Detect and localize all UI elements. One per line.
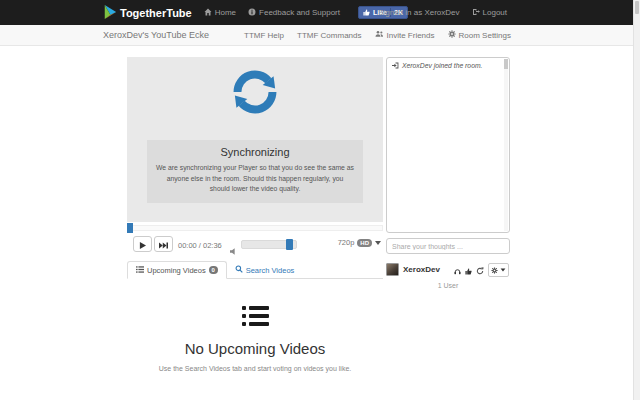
chat-message: XeroxDev joined the room. xyxy=(387,58,509,76)
sync-overlay: Synchronizing We are synchronizing your … xyxy=(147,140,363,203)
sign-in-icon xyxy=(392,62,399,72)
room-title: XeroxDev's YouTube Ecke xyxy=(103,30,209,40)
info-circle-icon xyxy=(248,8,256,18)
user-list-item[interactable]: XeroxDev xyxy=(386,261,510,278)
thumbs-up-icon xyxy=(363,9,370,17)
chat-column: XeroxDev joined the room. XeroxDev xyxy=(386,46,510,289)
volume-handle[interactable] xyxy=(286,239,293,250)
gear-icon xyxy=(448,30,456,40)
tab-upcoming-label: Upcoming Videos xyxy=(147,266,206,275)
skip-button[interactable] xyxy=(154,236,173,252)
page-scrollbar[interactable] xyxy=(633,0,640,400)
vote-icon xyxy=(465,261,472,279)
chat-message-list[interactable]: XeroxDev joined the room. xyxy=(386,57,510,233)
sync-message: We are synchronizing your Player so that… xyxy=(156,163,354,195)
chat-input[interactable] xyxy=(386,238,510,254)
empty-state-subtitle: Use the Search Videos tab and start voti… xyxy=(127,365,383,372)
empty-playlist-state: No Upcoming Videos Use the Search Videos… xyxy=(127,279,383,372)
quality-label: 720p xyxy=(338,238,355,247)
link-room-settings[interactable]: Room Settings xyxy=(448,30,511,40)
brand-name: TogetherTube xyxy=(120,7,192,19)
logout-label: Logout xyxy=(483,8,507,17)
player-column: Synchronizing We are synchronizing your … xyxy=(127,46,383,372)
nav-home-label: Home xyxy=(215,8,236,17)
gear-icon-small xyxy=(491,262,498,277)
room-settings-label: Room Settings xyxy=(459,31,511,40)
play-icon xyxy=(139,235,146,253)
volume-icon[interactable] xyxy=(230,241,238,259)
seek-handle[interactable] xyxy=(127,223,133,233)
seek-bar[interactable] xyxy=(127,225,383,231)
tab-upcoming-videos[interactable]: Upcoming Videos 0 xyxy=(127,261,227,279)
tab-search-label: Search Videos xyxy=(246,266,295,275)
empty-state-title: No Upcoming Videos xyxy=(127,340,383,357)
main-content: Synchronizing We are synchronizing your … xyxy=(103,46,511,400)
search-icon xyxy=(235,265,243,275)
play-button[interactable] xyxy=(133,236,152,252)
sync-icon xyxy=(227,64,283,124)
nav-home[interactable]: Home xyxy=(204,8,236,18)
count-badge: 0 xyxy=(209,266,218,274)
headphones-icon xyxy=(454,261,461,279)
users-icon xyxy=(375,30,384,40)
sync-title: Synchronizing xyxy=(156,146,354,158)
chat-message-text: XeroxDev joined the room. xyxy=(402,62,482,71)
nav-feedback-label: Feedback and Support xyxy=(259,8,340,17)
room-navbar-container: XeroxDev's YouTube Ecke TTMF Help TTMF C… xyxy=(103,25,511,45)
page-scrollbar-thumb[interactable] xyxy=(635,1,639,14)
chat-scrollbar[interactable] xyxy=(504,59,508,231)
link-ttmf-commands[interactable]: TTMF Commands xyxy=(297,31,361,40)
chat-scrollbar-thumb[interactable] xyxy=(504,59,508,69)
hd-badge: HD xyxy=(357,239,372,247)
room-navbar: XeroxDev's YouTube Ecke TTMF Help TTMF C… xyxy=(0,25,640,46)
invite-friends-label: Invite Friends xyxy=(387,31,435,40)
home-icon xyxy=(204,8,212,18)
volume-slider[interactable] xyxy=(241,240,297,249)
signed-in-text: Signed in as XeroxDev xyxy=(378,8,459,17)
user-name: XeroxDev xyxy=(403,265,440,274)
top-navbar-container: TogetherTube Home Feedback and Support L… xyxy=(103,0,507,25)
logout-link[interactable]: Logout xyxy=(472,8,507,18)
list-icon xyxy=(136,266,144,275)
user-settings-button[interactable] xyxy=(488,263,509,277)
playlist-tabs: Upcoming Videos 0 Search Videos xyxy=(127,261,383,279)
top-navbar: TogetherTube Home Feedback and Support L… xyxy=(0,0,640,25)
nav-feedback-support[interactable]: Feedback and Support xyxy=(248,8,340,18)
link-invite-friends[interactable]: Invite Friends xyxy=(375,30,435,40)
step-forward-icon xyxy=(159,235,168,253)
sign-out-icon xyxy=(472,8,480,18)
user-count: 1 User xyxy=(386,282,510,289)
video-player-area: Synchronizing We are synchronizing your … xyxy=(127,57,383,222)
avatar xyxy=(386,263,399,276)
player-controls: 00:00 / 02:36 720p HD xyxy=(127,233,383,259)
caret-down-icon xyxy=(375,241,381,245)
brand-link[interactable]: TogetherTube xyxy=(103,5,192,21)
link-ttmf-help[interactable]: TTMF Help xyxy=(244,31,284,40)
sync-status-icon xyxy=(476,261,484,279)
navbar-right-group: Signed in as XeroxDev Logout xyxy=(378,8,507,18)
togethertube-logo-icon xyxy=(103,5,117,21)
tab-search-videos[interactable]: Search Videos xyxy=(227,261,303,279)
time-display: 00:00 / 02:36 xyxy=(178,241,222,250)
list-icon-large xyxy=(242,306,269,326)
quality-selector[interactable]: 720p HD xyxy=(338,238,381,247)
user-status-icons xyxy=(454,261,509,279)
caret-down-icon xyxy=(501,268,506,271)
room-links: TTMF Help TTMF Commands Invite Friends R… xyxy=(231,30,511,40)
